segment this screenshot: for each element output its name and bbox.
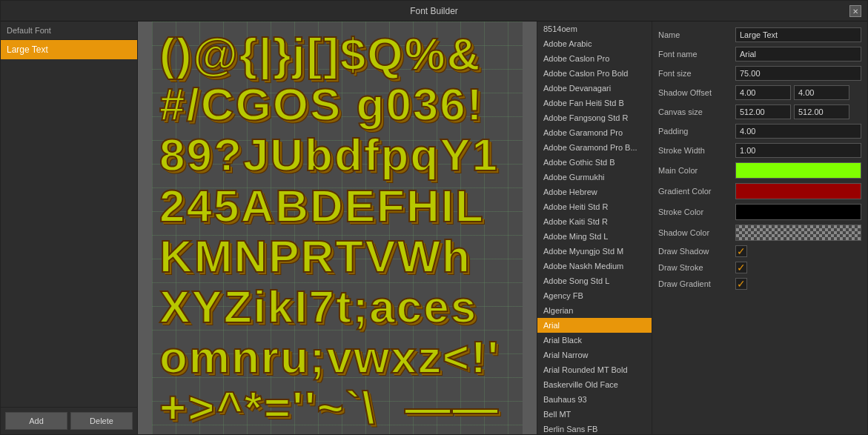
font-preview: ()@{|}j[]$Q%& #/CGOS g036! 89?JUbdfpqY1 … [152,21,523,434]
font-list-item[interactable]: Agency FB [537,288,652,303]
font-list-item[interactable]: Adobe Garamond Pro [537,125,652,140]
title-bar: Font Builder ✕ [1,1,867,21]
padding-label: Padding [658,127,732,136]
font-list-item[interactable]: Adobe Kaiti Std R [537,214,652,229]
prop-row-gradient-color: Gradient Color [658,183,861,199]
prop-row-draw-gradient: Draw Gradient ✓ [658,278,861,290]
prop-row-draw-shadow: Draw Shadow ✓ [658,245,861,257]
font-list-item[interactable]: Adobe Gothic Std B [537,155,652,170]
font-list-item[interactable]: Adobe Hebrew [537,185,652,199]
font-list-item[interactable]: 8514oem [537,21,652,36]
gradient-color-swatch[interactable] [735,183,861,199]
prop-row-padding: Padding [658,124,861,139]
properties-panel: Name Font name Font size Shadow Offset [652,21,867,434]
font-preview-text: ()@{|}j[]$Q%& #/CGOS g036! 89?JUbdfpqY1 … [152,21,523,434]
main-color-label: Main Color [658,166,732,175]
font-size-label: Font size [658,69,732,78]
font-name-input[interactable] [735,47,861,62]
left-panel: Default Font Large Text Add Delete [1,21,138,434]
font-builder-window: Font Builder ✕ Default Font Large Text A… [0,0,868,435]
font-list-item[interactable]: Bauhaus 93 [537,392,652,407]
font-list-item[interactable]: Adobe Arabic [537,36,652,51]
prop-row-shadow-offset: Shadow Offset [658,85,861,100]
font-list-item[interactable]: Algerian [537,303,652,318]
stroke-color-swatch[interactable] [735,204,861,220]
font-list-item-arial[interactable]: Arial [537,318,652,333]
add-button[interactable]: Add [5,412,67,430]
font-list-item[interactable]: Adobe Ming Std L [537,229,652,244]
font-list-item[interactable]: Adobe Song Std L [537,273,652,288]
font-list-item[interactable]: Adobe Caslon Pro Bold [537,66,652,81]
prop-row-font-name: Font name [658,47,861,62]
shadow-color-label: Shadow Color [658,228,732,237]
font-list-item[interactable]: Arial Rounded MT Bold [537,362,652,377]
left-panel-header: Default Font [1,21,137,40]
prop-row-stroke-width: Stroke Width [658,143,861,158]
name-label: Name [658,30,732,39]
font-list-item[interactable]: Arial Narrow [537,348,652,362]
shadow-offset-x-input[interactable] [735,85,791,100]
stroke-width-label: Stroke Width [658,146,732,155]
draw-shadow-label: Draw Shadow [658,247,732,256]
font-list-item[interactable]: Baskerville Old Face [537,377,652,392]
prop-row-font-size: Font size [658,66,861,81]
font-list-item[interactable]: Adobe Caslon Pro [537,51,652,66]
draw-stroke-label: Draw Stroke [658,263,732,272]
font-size-input[interactable] [735,66,861,81]
draw-gradient-label: Draw Gradient [658,279,732,288]
font-list-item[interactable]: Bell MT [537,407,652,422]
font-list-item[interactable]: Adobe Naskh Medium [537,259,652,273]
font-list-item[interactable]: Adobe Devanagari [537,81,652,96]
canvas-size-label: Canvas size [658,107,732,116]
stroke-width-input[interactable] [735,143,861,158]
font-item-large-text[interactable]: Large Text [1,40,137,59]
window-title: Font Builder [410,6,458,16]
draw-gradient-checkbox[interactable]: ✓ [735,278,747,290]
prop-row-canvas-size: Canvas size [658,104,861,119]
font-list-item[interactable]: Arial Black [537,333,652,348]
font-list-item[interactable]: Adobe Garamond Pro B... [537,140,652,155]
font-list-item[interactable]: Berlin Sans FB [537,422,652,434]
canvas-area: ()@{|}j[]$Q%& #/CGOS g036! 89?JUbdfpqY1 … [138,21,537,434]
font-canvas: ()@{|}j[]$Q%& #/CGOS g036! 89?JUbdfpqY1 … [138,21,537,434]
font-name-label: Font name [658,50,732,59]
prop-row-draw-stroke: Draw Stroke ✓ [658,262,861,273]
font-list-item[interactable]: Adobe Heiti Std R [537,199,652,214]
prop-row-name: Name [658,27,861,42]
prop-row-shadow-color: Shadow Color [658,225,861,241]
close-button[interactable]: ✕ [849,5,861,17]
delete-button[interactable]: Delete [70,412,133,430]
gradient-color-label: Gradient Color [658,187,732,196]
font-list-item[interactable]: Adobe Gurmukhi [537,170,652,185]
canvas-size-h-input[interactable] [794,104,849,119]
padding-input[interactable] [735,124,861,139]
left-panel-buttons: Add Delete [1,407,137,434]
stroke-color-label: Stroke Color [658,207,732,216]
main-content: Default Font Large Text Add Delete ()@{|… [1,21,867,434]
name-input[interactable] [735,27,861,42]
draw-stroke-checkbox[interactable]: ✓ [735,262,747,273]
canvas-size-w-input[interactable] [735,104,791,119]
font-list-item[interactable]: Adobe Fangsong Std R [537,110,652,125]
prop-row-main-color: Main Color [658,162,861,179]
font-list-panel: 8514oem Adobe Arabic Adobe Caslon Pro Ad… [537,21,652,434]
main-color-swatch[interactable] [735,162,861,179]
shadow-offset-y-input[interactable] [794,85,849,100]
prop-row-stroke-color: Stroke Color [658,204,861,220]
font-list-item[interactable]: Adobe Fan Heiti Std B [537,96,652,110]
shadow-offset-label: Shadow Offset [658,88,732,97]
font-list-item[interactable]: Adobe Myungjo Std M [537,244,652,259]
draw-shadow-checkbox[interactable]: ✓ [735,245,747,257]
shadow-color-swatch[interactable] [735,225,861,241]
